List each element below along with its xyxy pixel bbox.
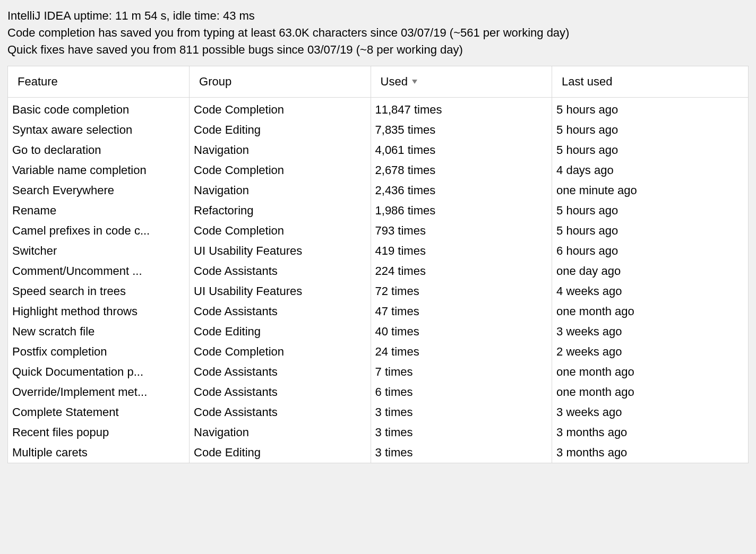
cell-last-used: 5 hours ago bbox=[552, 120, 748, 140]
cell-feature: Syntax aware selection bbox=[8, 120, 190, 140]
table-header-row: Feature Group Used bbox=[8, 66, 748, 98]
cell-used: 2,436 times bbox=[371, 180, 552, 201]
cell-used: 793 times bbox=[371, 221, 552, 241]
table-row[interactable]: Comment/Uncomment ...Code Assistants224 … bbox=[8, 261, 748, 281]
table-row[interactable]: Search EverywhereNavigation2,436 timeson… bbox=[8, 180, 748, 201]
table-row[interactable]: Multiple caretsCode Editing3 times3 mont… bbox=[8, 443, 748, 463]
cell-last-used: 4 weeks ago bbox=[552, 281, 748, 301]
cell-group: Code Assistants bbox=[190, 382, 371, 402]
cell-used: 3 times bbox=[371, 443, 552, 463]
cell-last-used: 5 hours ago bbox=[552, 97, 748, 120]
table-row[interactable]: Variable name completionCode Completion2… bbox=[8, 160, 748, 180]
column-header-used[interactable]: Used bbox=[371, 66, 552, 98]
cell-used: 7,835 times bbox=[371, 120, 552, 140]
feature-usage-table-wrapper: Feature Group Used bbox=[7, 66, 749, 463]
cell-used: 47 times bbox=[371, 301, 552, 322]
cell-feature: Camel prefixes in code c... bbox=[8, 221, 190, 241]
cell-feature: Multiple carets bbox=[8, 443, 190, 463]
table-row[interactable]: Basic code completionCode Completion11,8… bbox=[8, 97, 748, 120]
cell-feature: Recent files popup bbox=[8, 422, 190, 443]
cell-feature: Basic code completion bbox=[8, 97, 190, 120]
cell-group: Code Assistants bbox=[190, 402, 371, 422]
cell-last-used: one day ago bbox=[552, 261, 748, 281]
table-row[interactable]: Go to declarationNavigation4,061 times5 … bbox=[8, 140, 748, 160]
cell-feature: Search Everywhere bbox=[8, 180, 190, 201]
cell-last-used: 5 hours ago bbox=[552, 201, 748, 221]
cell-group: Code Completion bbox=[190, 160, 371, 180]
table-row[interactable]: Camel prefixes in code c...Code Completi… bbox=[8, 221, 748, 241]
cell-group: Refactoring bbox=[190, 201, 371, 221]
cell-last-used: 2 weeks ago bbox=[552, 342, 748, 362]
cell-group: Code Completion bbox=[190, 97, 371, 120]
cell-feature: Highlight method throws bbox=[8, 301, 190, 322]
cell-used: 24 times bbox=[371, 342, 552, 362]
column-header-label: Group bbox=[199, 75, 231, 89]
column-header-last-used[interactable]: Last used bbox=[552, 66, 748, 98]
cell-group: Code Assistants bbox=[190, 261, 371, 281]
cell-group: UI Usability Features bbox=[190, 241, 371, 261]
table-row[interactable]: Syntax aware selectionCode Editing7,835 … bbox=[8, 120, 748, 140]
sort-descending-icon bbox=[411, 79, 418, 85]
table-row[interactable]: Recent files popupNavigation3 times3 mon… bbox=[8, 422, 748, 443]
table-row[interactable]: RenameRefactoring1,986 times5 hours ago bbox=[8, 201, 748, 221]
cell-used: 419 times bbox=[371, 241, 552, 261]
cell-feature: Postfix completion bbox=[8, 342, 190, 362]
cell-group: Code Editing bbox=[190, 322, 371, 342]
cell-used: 6 times bbox=[371, 382, 552, 402]
cell-used: 7 times bbox=[371, 362, 552, 382]
cell-used: 72 times bbox=[371, 281, 552, 301]
column-header-label: Feature bbox=[18, 75, 58, 89]
cell-feature: Quick Documentation p... bbox=[8, 362, 190, 382]
column-header-feature[interactable]: Feature bbox=[8, 66, 190, 98]
cell-last-used: 3 weeks ago bbox=[552, 322, 748, 342]
cell-last-used: 6 hours ago bbox=[552, 241, 748, 261]
completion-savings-line: Code completion has saved you from typin… bbox=[7, 24, 749, 41]
table-row[interactable]: SwitcherUI Usability Features419 times6 … bbox=[8, 241, 748, 261]
cell-used: 1,986 times bbox=[371, 201, 552, 221]
table-row[interactable]: Override/Implement met...Code Assistants… bbox=[8, 382, 748, 402]
cell-feature: Speed search in trees bbox=[8, 281, 190, 301]
cell-group: UI Usability Features bbox=[190, 281, 371, 301]
cell-used: 2,678 times bbox=[371, 160, 552, 180]
cell-used: 4,061 times bbox=[371, 140, 552, 160]
table-row[interactable]: Complete StatementCode Assistants3 times… bbox=[8, 402, 748, 422]
cell-group: Code Completion bbox=[190, 221, 371, 241]
cell-used: 3 times bbox=[371, 422, 552, 443]
cell-feature: Override/Implement met... bbox=[8, 382, 190, 402]
table-row[interactable]: New scratch fileCode Editing40 times3 we… bbox=[8, 322, 748, 342]
cell-used: 3 times bbox=[371, 402, 552, 422]
table-row[interactable]: Highlight method throwsCode Assistants47… bbox=[8, 301, 748, 322]
column-header-label: Last used bbox=[562, 75, 612, 89]
table-row[interactable]: Postfix completionCode Completion24 time… bbox=[8, 342, 748, 362]
cell-group: Code Completion bbox=[190, 342, 371, 362]
cell-last-used: 3 weeks ago bbox=[552, 402, 748, 422]
cell-used: 224 times bbox=[371, 261, 552, 281]
cell-group: Code Editing bbox=[190, 443, 371, 463]
cell-feature: Go to declaration bbox=[8, 140, 190, 160]
cell-feature: Complete Statement bbox=[8, 402, 190, 422]
cell-last-used: 3 months ago bbox=[552, 443, 748, 463]
feature-usage-table: Feature Group Used bbox=[8, 66, 748, 463]
svg-marker-0 bbox=[412, 80, 417, 84]
cell-feature: Rename bbox=[8, 201, 190, 221]
cell-group: Code Assistants bbox=[190, 301, 371, 322]
quickfix-savings-line: Quick fixes have saved you from 811 poss… bbox=[7, 41, 749, 58]
cell-last-used: 4 days ago bbox=[552, 160, 748, 180]
cell-group: Code Editing bbox=[190, 120, 371, 140]
column-header-label: Used bbox=[381, 75, 408, 89]
cell-last-used: 5 hours ago bbox=[552, 221, 748, 241]
cell-feature: Switcher bbox=[8, 241, 190, 261]
cell-used: 40 times bbox=[371, 322, 552, 342]
cell-feature: Variable name completion bbox=[8, 160, 190, 180]
table-row[interactable]: Speed search in treesUI Usability Featur… bbox=[8, 281, 748, 301]
column-header-group[interactable]: Group bbox=[190, 66, 371, 98]
cell-last-used: one month ago bbox=[552, 362, 748, 382]
table-row[interactable]: Quick Documentation p...Code Assistants7… bbox=[8, 362, 748, 382]
cell-feature: Comment/Uncomment ... bbox=[8, 261, 190, 281]
cell-last-used: 3 months ago bbox=[552, 422, 748, 443]
cell-group: Navigation bbox=[190, 180, 371, 201]
cell-last-used: 5 hours ago bbox=[552, 140, 748, 160]
cell-last-used: one minute ago bbox=[552, 180, 748, 201]
stats-summary: IntelliJ IDEA uptime: 11 m 54 s, idle ti… bbox=[7, 7, 749, 58]
cell-feature: New scratch file bbox=[8, 322, 190, 342]
